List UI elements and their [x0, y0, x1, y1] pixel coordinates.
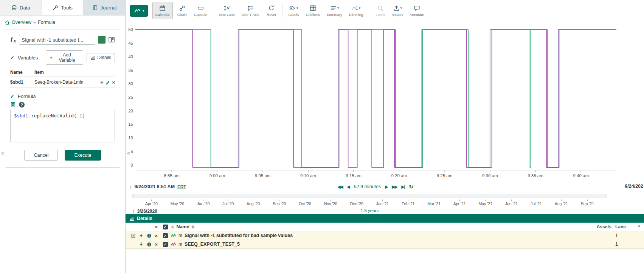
lane-column-header[interactable]: Lane	[615, 224, 634, 229]
timeline-month-label: Jan '21	[376, 200, 389, 206]
name-column-header[interactable]: Name	[176, 224, 189, 229]
remove-item-button[interactable]: ×	[155, 233, 158, 238]
range-end-date[interactable]: 9/24/202	[625, 184, 643, 189]
toolbar-button-label: Chain	[177, 12, 187, 17]
sort-name-icon[interactable]: ⇅	[191, 225, 194, 229]
timeline-month-label: Jul '21	[531, 200, 542, 206]
toolbar-reset-button[interactable]: Reset	[263, 2, 280, 19]
toolbar-capsule-button[interactable]: Capsule	[191, 2, 210, 19]
toolbar-button-label: Calendar	[155, 12, 170, 17]
organizer-columns-icon[interactable]	[108, 36, 115, 43]
toolbar-calendar-button[interactable]: Calendar	[152, 2, 173, 19]
step-back-half-button[interactable]: ◀	[347, 184, 350, 189]
remove-variable-icon[interactable]: ×	[112, 80, 115, 85]
timeline-tick	[331, 200, 331, 201]
step-forward-half-button[interactable]: ▶	[385, 184, 388, 189]
toolbar-export-button[interactable]: ▾Export	[389, 2, 406, 19]
chart-plot[interactable]	[135, 24, 616, 170]
auto-update-button[interactable]: ↻	[409, 184, 413, 190]
item-info-icon[interactable]	[147, 242, 152, 247]
step-to-now-button[interactable]: ▶|	[401, 184, 405, 189]
code-token: )	[82, 113, 85, 119]
x-axis-label: 9:40 am	[573, 173, 589, 178]
assets-column-header[interactable]: Assets	[586, 224, 615, 229]
timeline-tick	[228, 200, 228, 201]
timeline-month-label: Oct '20	[299, 200, 311, 206]
edit-variable-icon[interactable]	[105, 80, 110, 85]
y-axis-label: 15	[128, 122, 133, 126]
x-axis-tick	[399, 170, 399, 172]
item-name[interactable]: SEEQ_EXPORT_TEST_5	[185, 242, 240, 247]
edit-formula-icon[interactable]	[131, 233, 136, 238]
x-axis-tick	[535, 170, 535, 172]
toolbar-button-label: Summary	[327, 12, 342, 17]
cancel-button[interactable]: Cancel	[24, 150, 58, 161]
tab-tools[interactable]: Tools	[42, 0, 84, 15]
toolbar-gridlines-button[interactable]: Gridlines	[303, 2, 323, 19]
view-mode-dropdown[interactable]: ▾	[130, 5, 148, 17]
formula-documentation-icon[interactable]	[10, 102, 16, 108]
step-forward-full-button[interactable]: ▶▶	[392, 184, 397, 189]
remove-all-items-button[interactable]: ×	[155, 225, 158, 229]
toolbar-button-label: Annotate	[410, 12, 424, 17]
breadcrumb-overview[interactable]: Overview	[12, 20, 31, 25]
toolbar-annotate-button[interactable]: Annotate	[407, 2, 427, 19]
select-all-checkbox[interactable]: ✓	[163, 225, 168, 229]
export-icon	[393, 5, 400, 11]
toolbar-summary-button[interactable]: ▾Summary	[324, 2, 345, 19]
home-icon[interactable]	[5, 20, 10, 25]
timeline-start-date[interactable]: 3/26/2020	[137, 209, 157, 214]
variable-details-button[interactable]: Details	[87, 53, 115, 62]
timezone-link[interactable]: EDT	[177, 184, 186, 189]
toolbar-dimming-button[interactable]: ▾Dimming	[346, 2, 366, 19]
details-panel-header[interactable]: Details	[126, 214, 644, 223]
toolbar-one-y-axis-button[interactable]: One Y-Axis	[239, 2, 262, 19]
add-item-icon[interactable]: +	[100, 79, 103, 85]
series-line[interactable]	[135, 30, 616, 167]
x-axis-label: 9:00 am	[209, 173, 225, 178]
color-swatch-button[interactable]	[98, 36, 106, 44]
collapse-outer-panel-button[interactable]: «	[1, 150, 4, 156]
tab-data-label: Data	[20, 5, 30, 11]
remove-item-button[interactable]: ×	[155, 242, 158, 247]
help-icon[interactable]: ?	[19, 102, 25, 108]
details-row[interactable]: ×✓mSignal with -1 substituted for bad sa…	[126, 231, 644, 240]
item-name[interactable]: Signal with -1 substituted for bad sampl…	[185, 233, 293, 238]
timeline-tick	[151, 200, 152, 201]
timeline-month-label: May '20	[171, 200, 184, 206]
toolbar-divider	[282, 4, 283, 17]
timeline-scrollbar[interactable]	[132, 194, 607, 198]
timeline-month-label: Aug '21	[555, 200, 568, 206]
collapse-sidebar-button[interactable]: «	[127, 150, 130, 156]
item-visibility-checkbox[interactable]: ✓	[163, 233, 168, 238]
sort-order-icon[interactable]: ⇅	[171, 225, 174, 229]
step-back-full-button[interactable]: ◀◀	[337, 184, 343, 189]
derived-item-icon[interactable]	[139, 233, 144, 238]
execute-button[interactable]: Execute	[65, 150, 101, 161]
tab-journal[interactable]: Journal	[84, 0, 125, 15]
range-duration-label[interactable]: 52.9 minutes	[354, 184, 381, 189]
range-start-date[interactable]: 9/24/2021 8:51 AM	[135, 184, 175, 189]
range-navigation-controls: ◀◀◀52.9 minutes▶▶▶▶|↻	[337, 184, 413, 190]
item-visibility-checkbox[interactable]: ✓	[163, 242, 168, 247]
derived-item-icon[interactable]	[139, 242, 144, 247]
dimming-icon	[352, 5, 358, 11]
tab-data[interactable]: Data	[0, 0, 42, 15]
formula-editor[interactable]: $sbd1.replaceNotValid(-1)	[10, 110, 115, 142]
scroll-up-icon[interactable]: ^	[634, 225, 644, 229]
x-axis-label: 9:35 am	[528, 173, 543, 178]
item-name-input[interactable]	[19, 35, 95, 45]
summary-icon	[330, 5, 337, 11]
item-info-icon[interactable]	[147, 233, 152, 238]
series-line[interactable]	[135, 30, 616, 167]
details-row[interactable]: ×✓mSEEQ_EXPORT_TEST_51	[126, 240, 644, 249]
y-axis[interactable]: 50454035302520151050	[126, 24, 135, 170]
toolbar-zoom-button[interactable]: Zoom	[372, 2, 388, 19]
toolbar-labels-button[interactable]: ▾Labels	[286, 2, 302, 19]
x-axis[interactable]: 8:55 am9:00 am9:05 am9:10 am9:15 am9:20 …	[135, 170, 616, 182]
toolbar-button-label: Gridlines	[306, 12, 320, 17]
details-title: Details	[137, 216, 152, 221]
add-variable-button[interactable]: + Add Variable	[46, 50, 83, 65]
toolbar-chain-button[interactable]: Chain	[174, 2, 190, 19]
toolbar-one-lane-button[interactable]: One Lane	[216, 2, 238, 19]
